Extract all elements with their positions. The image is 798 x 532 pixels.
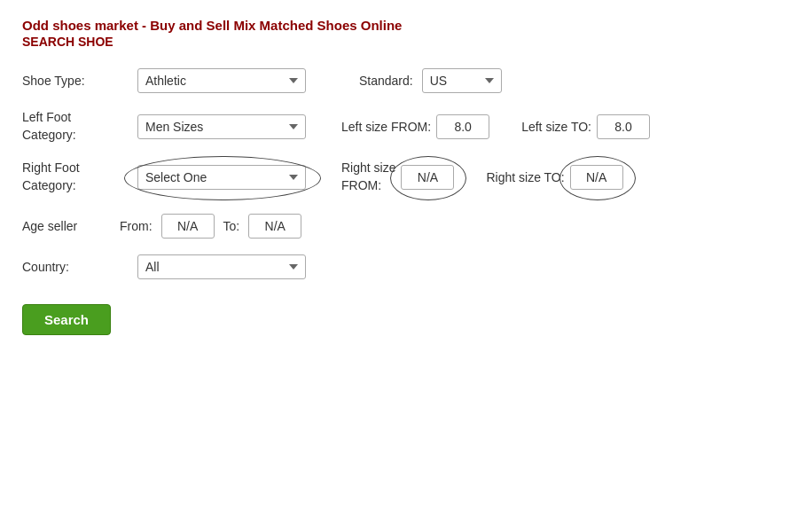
country-select[interactable]: All United States Canada — [137, 254, 306, 279]
left-foot-category-select[interactable]: Men Sizes — [137, 114, 306, 139]
search-button[interactable]: Search — [22, 304, 111, 335]
country-label: Country: — [22, 260, 120, 274]
page-title: SEARCH SHOE — [22, 35, 776, 49]
standard-select[interactable]: US — [422, 68, 502, 93]
shoe-type-row: Shoe Type: Athletic Standard: US — [22, 68, 776, 93]
left-foot-category-label: Left FootCategory: — [22, 109, 120, 144]
right-size-from-input[interactable] — [401, 165, 454, 190]
country-row: Country: All United States Canada — [22, 254, 776, 279]
age-seller-row: Age seller From: To: — [22, 214, 776, 239]
site-title: Odd shoes market - Buy and Sell Mix Matc… — [22, 18, 776, 33]
right-size-to-circle — [570, 165, 623, 190]
left-size-from-label: Left size FROM: — [341, 120, 431, 134]
right-foot-row: Right FootCategory: Select One Men Sizes… — [22, 160, 776, 194]
right-foot-category-label: Right FootCategory: — [22, 160, 120, 194]
left-foot-row: Left FootCategory: Men Sizes Left size F… — [22, 109, 776, 144]
shoe-type-select[interactable]: Athletic — [137, 68, 306, 93]
age-to-label: To: — [223, 219, 240, 233]
right-size-to-label: Right size TO: — [486, 170, 564, 184]
right-size-from-circle — [401, 165, 454, 190]
left-size-to-input[interactable] — [597, 114, 650, 139]
age-from-label: From: — [120, 219, 153, 233]
age-to-input[interactable] — [248, 214, 301, 239]
age-seller-label: Age seller — [22, 219, 120, 233]
right-foot-category-circle: Select One Men Sizes Women Sizes — [137, 165, 306, 190]
left-size-from-input[interactable] — [436, 114, 489, 139]
left-size-to-label: Left size TO: — [521, 120, 591, 134]
right-size-to-input[interactable] — [570, 165, 623, 190]
right-size-from-label: Right sizeFROM: — [341, 160, 395, 194]
right-foot-category-select[interactable]: Select One Men Sizes Women Sizes — [137, 165, 306, 190]
standard-label: Standard: — [359, 74, 413, 88]
age-from-input[interactable] — [161, 214, 215, 239]
shoe-type-label: Shoe Type: — [22, 74, 120, 88]
